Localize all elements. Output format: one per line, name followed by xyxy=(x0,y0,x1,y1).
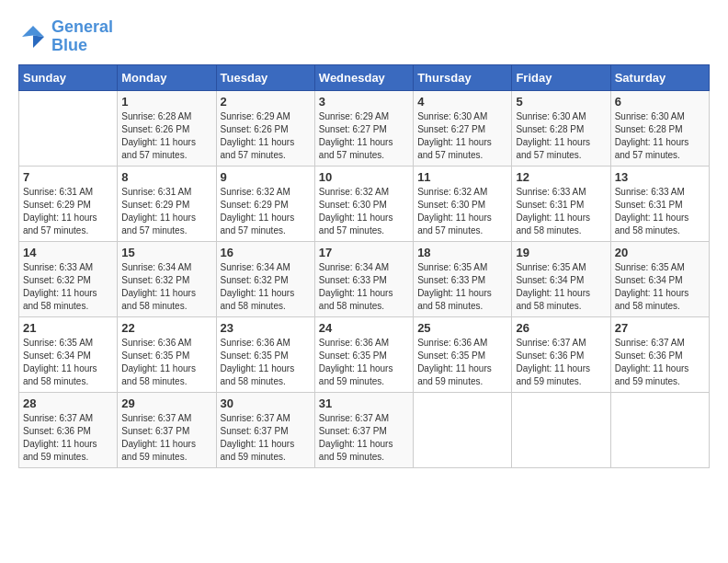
day-number: 28 xyxy=(23,396,113,410)
calendar-week-row: 14Sunrise: 6:33 AM Sunset: 6:32 PM Dayli… xyxy=(19,241,710,316)
day-info: Sunrise: 6:29 AM Sunset: 6:27 PM Dayligh… xyxy=(319,110,409,162)
calendar-cell xyxy=(19,90,118,166)
day-info: Sunrise: 6:35 AM Sunset: 6:34 PM Dayligh… xyxy=(615,261,705,313)
day-number: 18 xyxy=(417,246,507,259)
day-number: 29 xyxy=(121,396,211,410)
page-header: General Blue xyxy=(18,18,710,55)
day-number: 13 xyxy=(615,170,705,184)
calendar-cell: 1Sunrise: 6:28 AM Sunset: 6:26 PM Daylig… xyxy=(118,90,216,166)
day-header-wednesday: Wednesday xyxy=(314,64,413,90)
day-number: 2 xyxy=(221,95,311,109)
day-number: 8 xyxy=(121,170,211,184)
day-info: Sunrise: 6:37 AM Sunset: 6:36 PM Dayligh… xyxy=(23,412,113,464)
day-info: Sunrise: 6:36 AM Sunset: 6:35 PM Dayligh… xyxy=(417,337,507,388)
calendar-cell xyxy=(512,392,610,467)
day-number: 31 xyxy=(319,396,409,410)
calendar-cell: 7Sunrise: 6:31 AM Sunset: 6:29 PM Daylig… xyxy=(19,166,118,241)
day-info: Sunrise: 6:32 AM Sunset: 6:30 PM Dayligh… xyxy=(319,186,409,237)
calendar-week-row: 21Sunrise: 6:35 AM Sunset: 6:34 PM Dayli… xyxy=(19,316,710,392)
day-number: 17 xyxy=(319,246,409,259)
calendar-cell: 29Sunrise: 6:37 AM Sunset: 6:37 PM Dayli… xyxy=(118,392,216,467)
day-number: 9 xyxy=(221,170,311,184)
calendar-cell: 13Sunrise: 6:33 AM Sunset: 6:31 PM Dayli… xyxy=(610,166,709,241)
day-info: Sunrise: 6:33 AM Sunset: 6:31 PM Dayligh… xyxy=(615,186,705,237)
calendar-cell: 4Sunrise: 6:30 AM Sunset: 6:27 PM Daylig… xyxy=(414,90,512,166)
day-number: 6 xyxy=(615,95,705,109)
calendar-cell: 17Sunrise: 6:34 AM Sunset: 6:33 PM Dayli… xyxy=(314,241,413,316)
calendar-cell: 31Sunrise: 6:37 AM Sunset: 6:37 PM Dayli… xyxy=(314,392,413,467)
calendar-cell: 11Sunrise: 6:32 AM Sunset: 6:30 PM Dayli… xyxy=(414,166,512,241)
day-header-thursday: Thursday xyxy=(414,64,512,90)
calendar-cell: 19Sunrise: 6:35 AM Sunset: 6:34 PM Dayli… xyxy=(512,241,610,316)
calendar-table: SundayMondayTuesdayWednesdayThursdayFrid… xyxy=(18,64,710,468)
day-info: Sunrise: 6:32 AM Sunset: 6:29 PM Dayligh… xyxy=(221,186,311,237)
day-info: Sunrise: 6:28 AM Sunset: 6:26 PM Dayligh… xyxy=(121,110,211,162)
day-number: 11 xyxy=(417,170,507,184)
calendar-cell: 22Sunrise: 6:36 AM Sunset: 6:35 PM Dayli… xyxy=(118,316,216,392)
day-header-monday: Monday xyxy=(118,64,216,90)
day-info: Sunrise: 6:34 AM Sunset: 6:32 PM Dayligh… xyxy=(121,261,211,313)
day-info: Sunrise: 6:37 AM Sunset: 6:36 PM Dayligh… xyxy=(516,337,606,388)
day-header-friday: Friday xyxy=(512,64,610,90)
day-info: Sunrise: 6:29 AM Sunset: 6:26 PM Dayligh… xyxy=(221,110,311,162)
calendar-cell: 20Sunrise: 6:35 AM Sunset: 6:34 PM Dayli… xyxy=(610,241,709,316)
calendar-cell: 3Sunrise: 6:29 AM Sunset: 6:27 PM Daylig… xyxy=(314,90,413,166)
day-header-saturday: Saturday xyxy=(610,64,709,90)
day-info: Sunrise: 6:36 AM Sunset: 6:35 PM Dayligh… xyxy=(221,337,311,388)
day-info: Sunrise: 6:34 AM Sunset: 6:32 PM Dayligh… xyxy=(221,261,311,313)
day-number: 21 xyxy=(23,321,113,335)
day-number: 10 xyxy=(319,170,409,184)
day-number: 14 xyxy=(23,246,113,259)
day-header-tuesday: Tuesday xyxy=(216,64,314,90)
day-number: 4 xyxy=(417,95,507,109)
day-info: Sunrise: 6:30 AM Sunset: 6:28 PM Dayligh… xyxy=(615,110,705,162)
day-info: Sunrise: 6:33 AM Sunset: 6:32 PM Dayligh… xyxy=(23,261,113,313)
day-number: 15 xyxy=(121,246,211,259)
day-info: Sunrise: 6:31 AM Sunset: 6:29 PM Dayligh… xyxy=(23,186,113,237)
calendar-cell: 24Sunrise: 6:36 AM Sunset: 6:35 PM Dayli… xyxy=(314,316,413,392)
calendar-cell: 16Sunrise: 6:34 AM Sunset: 6:32 PM Dayli… xyxy=(216,241,314,316)
day-number: 7 xyxy=(23,170,113,184)
day-number: 19 xyxy=(516,246,606,259)
calendar-week-row: 1Sunrise: 6:28 AM Sunset: 6:26 PM Daylig… xyxy=(19,90,710,166)
day-info: Sunrise: 6:37 AM Sunset: 6:37 PM Dayligh… xyxy=(221,412,311,464)
day-number: 23 xyxy=(221,321,311,335)
day-info: Sunrise: 6:30 AM Sunset: 6:28 PM Dayligh… xyxy=(516,110,606,162)
logo-icon xyxy=(18,22,48,52)
day-number: 16 xyxy=(221,246,311,259)
calendar-cell: 14Sunrise: 6:33 AM Sunset: 6:32 PM Dayli… xyxy=(19,241,118,316)
calendar-cell: 21Sunrise: 6:35 AM Sunset: 6:34 PM Dayli… xyxy=(19,316,118,392)
day-info: Sunrise: 6:37 AM Sunset: 6:37 PM Dayligh… xyxy=(319,412,409,464)
day-number: 5 xyxy=(516,95,606,109)
calendar-cell: 5Sunrise: 6:30 AM Sunset: 6:28 PM Daylig… xyxy=(512,90,610,166)
day-number: 25 xyxy=(417,321,507,335)
day-info: Sunrise: 6:37 AM Sunset: 6:37 PM Dayligh… xyxy=(121,412,211,464)
day-info: Sunrise: 6:32 AM Sunset: 6:30 PM Dayligh… xyxy=(417,186,507,237)
day-number: 1 xyxy=(121,95,211,109)
day-info: Sunrise: 6:30 AM Sunset: 6:27 PM Dayligh… xyxy=(417,110,507,162)
calendar-cell: 6Sunrise: 6:30 AM Sunset: 6:28 PM Daylig… xyxy=(610,90,709,166)
calendar-week-row: 7Sunrise: 6:31 AM Sunset: 6:29 PM Daylig… xyxy=(19,166,710,241)
logo-text: General Blue xyxy=(51,18,113,55)
day-number: 12 xyxy=(516,170,606,184)
calendar-cell: 8Sunrise: 6:31 AM Sunset: 6:29 PM Daylig… xyxy=(118,166,216,241)
day-number: 24 xyxy=(319,321,409,335)
calendar-cell: 10Sunrise: 6:32 AM Sunset: 6:30 PM Dayli… xyxy=(314,166,413,241)
calendar-cell: 2Sunrise: 6:29 AM Sunset: 6:26 PM Daylig… xyxy=(216,90,314,166)
day-info: Sunrise: 6:34 AM Sunset: 6:33 PM Dayligh… xyxy=(319,261,409,313)
day-header-sunday: Sunday xyxy=(19,64,118,90)
calendar-cell: 26Sunrise: 6:37 AM Sunset: 6:36 PM Dayli… xyxy=(512,316,610,392)
day-number: 20 xyxy=(615,246,705,259)
calendar-cell xyxy=(610,392,709,467)
calendar-cell: 15Sunrise: 6:34 AM Sunset: 6:32 PM Dayli… xyxy=(118,241,216,316)
calendar-cell: 9Sunrise: 6:32 AM Sunset: 6:29 PM Daylig… xyxy=(216,166,314,241)
day-number: 22 xyxy=(121,321,211,335)
calendar-week-row: 28Sunrise: 6:37 AM Sunset: 6:36 PM Dayli… xyxy=(19,392,710,467)
calendar-cell: 23Sunrise: 6:36 AM Sunset: 6:35 PM Dayli… xyxy=(216,316,314,392)
day-info: Sunrise: 6:33 AM Sunset: 6:31 PM Dayligh… xyxy=(516,186,606,237)
calendar-cell: 27Sunrise: 6:37 AM Sunset: 6:36 PM Dayli… xyxy=(610,316,709,392)
calendar-cell: 18Sunrise: 6:35 AM Sunset: 6:33 PM Dayli… xyxy=(414,241,512,316)
day-info: Sunrise: 6:37 AM Sunset: 6:36 PM Dayligh… xyxy=(615,337,705,388)
day-info: Sunrise: 6:35 AM Sunset: 6:34 PM Dayligh… xyxy=(516,261,606,313)
day-number: 27 xyxy=(615,321,705,335)
